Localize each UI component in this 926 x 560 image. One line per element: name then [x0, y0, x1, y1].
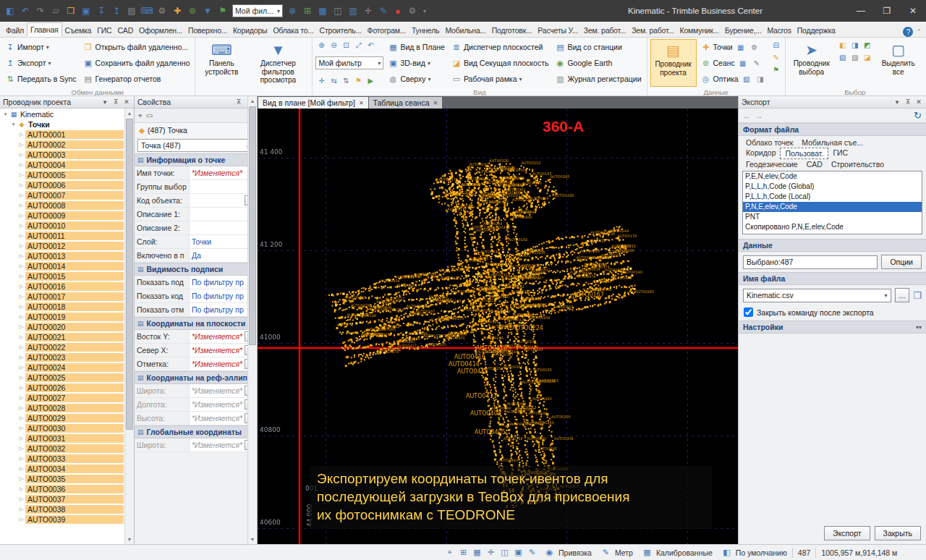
format-list-item[interactable]: Скопировано P,N,E,elev,Code: [743, 222, 922, 232]
points-table-icon[interactable]: ▦: [735, 42, 747, 53]
format-tab-Коридор[interactable]: Коридор: [742, 148, 780, 159]
tree-item[interactable]: ▷AUTO0018: [0, 302, 134, 312]
property-value[interactable]: [190, 194, 243, 207]
format-tab-CAD[interactable]: CAD: [802, 159, 827, 169]
tree-item[interactable]: ▷AUTO0013: [0, 251, 134, 261]
ribbon-tab-Бурение[interactable]: Бурение,...: [722, 24, 764, 37]
expander-icon[interactable]: ▾: [9, 122, 17, 127]
minimize-sections-icon[interactable]: ▭: [146, 111, 153, 119]
tree-item[interactable]: ▷AUTO0025: [0, 373, 134, 383]
expander-icon[interactable]: ▷: [17, 294, 25, 300]
tree-item[interactable]: ▷AUTO0005: [0, 170, 134, 180]
back-icon[interactable]: ←: [743, 111, 751, 120]
zoom-window-icon[interactable]: ⊡: [340, 40, 352, 51]
expander-icon[interactable]: ▷: [17, 132, 25, 137]
tree-item[interactable]: ▷AUTO0011: [0, 231, 134, 241]
property-value[interactable]: *Изменяется*: [190, 330, 243, 343]
ribbon-tab-ГИС[interactable]: ГИС: [94, 24, 114, 37]
station-view-button[interactable]: ▤Вид со станции: [553, 39, 643, 55]
pin-icon[interactable]: ⊼: [904, 98, 912, 106]
pin-selection-icon[interactable]: ⌖: [138, 111, 143, 120]
format-list-item[interactable]: P,N,E,elev,Code: [743, 202, 922, 212]
work-frame-button[interactable]: ▭Рабочая рамка▾: [449, 71, 551, 87]
data-tool-3-icon[interactable]: ⚑: [770, 64, 782, 75]
tree-item[interactable]: ▷AUTO0009: [0, 211, 134, 221]
session-button[interactable]: ⊚Сеанс▦✎: [699, 55, 768, 71]
save-remote-button[interactable]: ▣Сохранить файл удаленно: [81, 55, 192, 71]
plan-lock-icon[interactable]: ◫: [498, 546, 511, 559]
expander-icon[interactable]: ▷: [17, 182, 25, 188]
tree-item[interactable]: ▷AUTO0026: [0, 383, 134, 393]
property-value[interactable]: *Изменяется*: [190, 398, 243, 411]
ribbon-tab-Мобильна[interactable]: Мобильна...: [442, 24, 488, 37]
expander-icon[interactable]: ▷: [17, 284, 25, 289]
tree-item[interactable]: ▷AUTO0033: [0, 454, 134, 464]
expander-icon[interactable]: ▷: [17, 456, 25, 462]
grid-view-icon[interactable]: ⊞: [300, 4, 315, 18]
measure-icon[interactable]: ✛: [361, 4, 375, 18]
cut-plane-view-button[interactable]: ◪Вид Секущая плоскость: [449, 55, 551, 71]
ribbon-tab-CAD[interactable]: CAD: [114, 24, 136, 37]
scroll-down-icon[interactable]: ▼: [248, 535, 257, 544]
draw-icon[interactable]: ✎: [376, 4, 391, 18]
expander-icon[interactable]: ▷: [17, 517, 25, 522]
session-settings-icon[interactable]: ✎: [751, 58, 763, 69]
tree-item[interactable]: ▷AUTO0034: [0, 464, 134, 474]
ribbon-tab-Фотограм[interactable]: Фотограм...: [365, 24, 409, 37]
report-generator-button[interactable]: ▤Генератор отчетов: [81, 71, 192, 87]
select-filter-icon[interactable]: ◪: [862, 52, 873, 63]
tree-item[interactable]: ▷AUTO0035: [0, 474, 134, 484]
close-tab-icon[interactable]: ✕: [433, 100, 438, 106]
format-tab-Мобильнаясъе[interactable]: Мобильная съе...: [797, 137, 867, 148]
expander-icon[interactable]: ▷: [17, 486, 25, 492]
pan-icon[interactable]: ✛: [315, 75, 327, 86]
expander-icon[interactable]: ▷: [17, 496, 25, 502]
data-tool-2-icon[interactable]: ✎: [770, 52, 782, 63]
zoom-out-icon[interactable]: ⊖: [328, 40, 339, 51]
view-filter-manager-button[interactable]: ▼ Диспетчер фильтровпросмотра: [247, 39, 309, 87]
expander-icon[interactable]: ▷: [17, 273, 25, 279]
record-icon[interactable]: ●: [391, 6, 405, 17]
select-by-layer-icon[interactable]: ◧: [837, 40, 849, 51]
pan-left-icon[interactable]: ⇆: [328, 75, 339, 86]
properties-section-header[interactable]: ▤Глобальные координаты: [135, 425, 257, 438]
ribbon-tab-Macros[interactable]: Macros: [765, 24, 794, 37]
tree-item[interactable]: ▷AUTO0029: [0, 413, 134, 423]
expander-icon[interactable]: ▷: [17, 142, 25, 148]
google-earth-button[interactable]: ◉Google Earth: [553, 55, 643, 71]
help-icon[interactable]: ?: [903, 27, 913, 37]
scroll-up-icon[interactable]: ▲: [125, 109, 134, 118]
undo-icon[interactable]: ↶: [18, 4, 33, 18]
export-icon[interactable]: ↥: [109, 4, 124, 18]
optics-button[interactable]: ◎Оптика▧◨: [699, 71, 768, 87]
select-add-icon[interactable]: ◩: [862, 40, 873, 51]
expander-icon[interactable]: ▷: [17, 395, 25, 401]
properties-section-header[interactable]: ▤Координаты на реф-эллипсо: [135, 371, 257, 384]
tree-item[interactable]: ▷AUTO0010: [0, 221, 134, 231]
points-icon[interactable]: ✚: [170, 4, 184, 18]
expand-section-icon[interactable]: ▾▾: [916, 324, 922, 331]
expander-icon[interactable]: ▷: [17, 152, 25, 158]
expander-icon[interactable]: ▷: [17, 405, 25, 411]
qat-customize-chevron-icon[interactable]: ▾: [420, 8, 430, 14]
expander-icon[interactable]: ▷: [17, 253, 25, 259]
select-none-icon[interactable]: ▨: [849, 52, 861, 63]
format-tab-Геодезические[interactable]: Геодезические: [742, 159, 802, 169]
scroll-down-icon[interactable]: ▼: [125, 535, 134, 544]
grid-toggle-icon[interactable]: ▦: [470, 546, 484, 559]
format-tab-Пользоват[interactable]: Пользоват.: [780, 148, 828, 159]
close-icon[interactable]: ✕: [914, 98, 923, 106]
redo-icon[interactable]: ↷: [33, 4, 48, 18]
close-after-export-checkbox[interactable]: [744, 307, 753, 317]
document-tab[interactable]: Вид в плане [Мой фильтр]✕: [258, 97, 368, 109]
ribbon-tab-Коммуник[interactable]: Коммуник...: [676, 24, 722, 37]
forward-icon[interactable]: →: [755, 111, 763, 120]
quick-filter-combo[interactable]: Мой фил... ▾: [232, 4, 283, 17]
properties-section-header[interactable]: ▤Координаты на плоскости: [135, 317, 257, 330]
flag-icon[interactable]: ⚑: [352, 75, 364, 86]
expander-icon[interactable]: ▷: [17, 334, 25, 340]
tree-item[interactable]: ▷AUTO0006: [0, 180, 134, 190]
pin-icon[interactable]: ⊼: [111, 98, 120, 106]
layers-icon[interactable]: ▥: [346, 4, 360, 18]
ribbon-tab-Оформлен[interactable]: Оформлен...: [136, 24, 185, 37]
